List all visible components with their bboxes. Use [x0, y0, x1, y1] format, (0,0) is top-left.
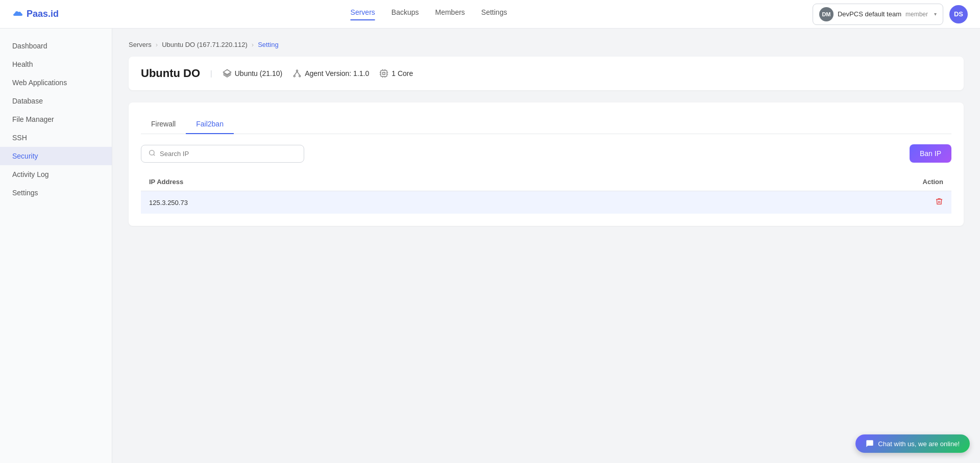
search-box	[141, 145, 304, 163]
server-agent: Agent Version: 1.1.0	[292, 69, 369, 78]
server-header-card: Ubuntu DO | Ubuntu (21.10)	[129, 57, 964, 90]
nav-backups[interactable]: Backups	[391, 8, 419, 20]
team-avatar: DM	[819, 7, 834, 21]
action-cell	[626, 191, 951, 214]
svg-rect-7	[383, 72, 385, 75]
table-header: IP Address Action	[141, 173, 951, 191]
table-body: 125.3.250.73	[141, 191, 951, 214]
chevron-down-icon: ▾	[934, 11, 937, 17]
server-os: Ubuntu (21.10)	[223, 69, 282, 78]
nav-servers[interactable]: Servers	[351, 8, 375, 20]
ip-table: IP Address Action 125.3.250.73	[141, 173, 951, 214]
svg-point-1	[297, 70, 298, 71]
svg-rect-6	[381, 70, 387, 76]
sidebar: Dashboard Health Web Applications Databa…	[0, 29, 112, 463]
search-ip-input[interactable]	[160, 150, 297, 158]
logo-icon	[12, 10, 23, 19]
sidebar-item-web-applications[interactable]: Web Applications	[0, 73, 112, 92]
column-action: Action	[626, 173, 951, 191]
cpu-label: 1 Core	[391, 69, 413, 78]
search-action-row: Ban IP	[141, 144, 951, 163]
tab-fail2ban[interactable]: Fail2ban	[186, 115, 234, 134]
sidebar-item-activity-log[interactable]: Activity Log	[0, 165, 112, 184]
sidebar-item-health[interactable]: Health	[0, 55, 112, 73]
agent-label: Agent Version: 1.1.0	[305, 69, 369, 78]
breadcrumb-server[interactable]: Ubuntu DO (167.71.220.112)	[162, 41, 248, 48]
team-name: DevPCS default team	[838, 10, 901, 18]
tab-firewall[interactable]: Firewall	[141, 115, 186, 134]
os-label: Ubuntu (21.10)	[235, 69, 282, 78]
svg-line-4	[295, 71, 297, 75]
security-tabs: Firewall Fail2ban	[141, 115, 951, 134]
delete-icon[interactable]	[935, 198, 943, 207]
agent-icon	[292, 69, 302, 78]
server-divider: |	[210, 69, 212, 78]
svg-point-2	[293, 75, 295, 77]
svg-line-17	[154, 154, 155, 156]
nav-members[interactable]: Members	[435, 8, 464, 20]
svg-line-5	[297, 71, 300, 75]
user-avatar[interactable]: DS	[949, 5, 968, 23]
server-cpu: 1 Core	[379, 69, 413, 78]
sidebar-item-file-manager[interactable]: File Manager	[0, 110, 112, 128]
breadcrumb-sep-1: ›	[156, 41, 158, 48]
column-ip-address: IP Address	[141, 173, 626, 191]
main-layout: Dashboard Health Web Applications Databa…	[0, 29, 980, 463]
main-content: Servers › Ubuntu DO (167.71.220.112) › S…	[112, 29, 980, 463]
svg-point-16	[150, 150, 154, 155]
chat-widget-label: Chat with us, we are online!	[878, 440, 960, 448]
team-role: member	[905, 11, 928, 18]
breadcrumb-current: Setting	[258, 41, 278, 48]
os-icon	[223, 69, 232, 78]
security-card: Firewall Fail2ban Ban IP	[129, 102, 964, 226]
logo: Paas.id	[12, 9, 59, 19]
breadcrumb-servers[interactable]: Servers	[129, 41, 152, 48]
nav-settings[interactable]: Settings	[481, 8, 507, 20]
sidebar-item-database[interactable]: Database	[0, 92, 112, 110]
breadcrumb: Servers › Ubuntu DO (167.71.220.112) › S…	[129, 41, 964, 48]
sidebar-item-security[interactable]: Security	[0, 147, 112, 165]
team-selector[interactable]: DM DevPCS default team member ▾	[813, 4, 943, 25]
search-icon	[149, 149, 156, 158]
topnav-right: DM DevPCS default team member ▾ DS	[813, 4, 968, 25]
ip-address-cell: 125.3.250.73	[141, 191, 626, 214]
breadcrumb-sep-2: ›	[252, 41, 254, 48]
chat-widget[interactable]: Chat with us, we are online!	[855, 434, 970, 453]
sidebar-item-settings[interactable]: Settings	[0, 184, 112, 202]
ban-ip-button[interactable]: Ban IP	[910, 144, 951, 163]
server-name: Ubuntu DO	[141, 67, 200, 80]
top-navigation: Paas.id Servers Backups Members Settings…	[0, 0, 980, 29]
sidebar-item-ssh[interactable]: SSH	[0, 128, 112, 147]
svg-point-3	[299, 75, 301, 77]
sidebar-item-dashboard[interactable]: Dashboard	[0, 37, 112, 55]
chat-icon	[866, 440, 874, 448]
nav-links: Servers Backups Members Settings	[351, 8, 507, 20]
table-row: 125.3.250.73	[141, 191, 951, 214]
cpu-icon	[379, 69, 388, 78]
